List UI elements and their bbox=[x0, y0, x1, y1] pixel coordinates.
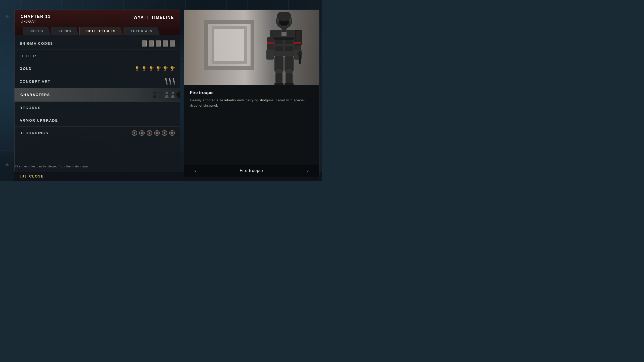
bg-rivet bbox=[6, 163, 9, 166]
footer-note: All collectibles can be viewed from the … bbox=[14, 165, 89, 168]
category-enigma-codes[interactable]: ENIGMA CODES bbox=[15, 37, 180, 50]
categories-list: ENIGMA CODES LETTER GOLD 🏆 🏆 🏆 🏆 🏆 🏆 bbox=[15, 35, 180, 141]
char-name: Fire trooper bbox=[190, 90, 313, 95]
category-letter[interactable]: LETTER bbox=[15, 50, 180, 62]
character-svg bbox=[256, 12, 312, 85]
svg-rect-28 bbox=[286, 73, 293, 84]
category-concept-art[interactable]: CONCEPT ART bbox=[15, 75, 180, 88]
prev-arrow[interactable]: ‹ bbox=[191, 167, 199, 174]
category-armor-upgrade[interactable]: ARMOR UPGRADE bbox=[15, 114, 180, 127]
person-icon-2 bbox=[158, 91, 163, 98]
tab-notes[interactable]: NOTES bbox=[23, 27, 51, 35]
brush-2 bbox=[169, 78, 172, 85]
svg-rect-35 bbox=[281, 27, 287, 32]
recording-icons bbox=[131, 130, 175, 136]
char-desc: Heavily armored elite infantry units car… bbox=[190, 98, 313, 108]
tab-perks[interactable]: PERKS bbox=[51, 27, 78, 35]
doc-icon-2 bbox=[149, 40, 154, 47]
svg-point-1 bbox=[159, 92, 162, 94]
main-panel: CHAPTER 11 U-BOAT WYATT TIMELINE NOTES P… bbox=[14, 10, 180, 177]
svg-point-2 bbox=[166, 92, 168, 94]
header-bar: CHAPTER 11 U-BOAT WYATT TIMELINE NOTES P… bbox=[15, 10, 180, 35]
svg-rect-32 bbox=[267, 42, 274, 44]
svg-rect-27 bbox=[275, 73, 283, 84]
doc-icon-5 bbox=[170, 40, 175, 47]
doc-icon-3 bbox=[156, 40, 161, 47]
nav-bar: ‹ Fire trooper › bbox=[184, 164, 319, 177]
enigma-icons bbox=[141, 40, 175, 47]
reel-6 bbox=[169, 130, 175, 136]
trophy-5: 🏆 bbox=[163, 66, 168, 71]
svg-rect-14 bbox=[275, 46, 283, 51]
concept-art-icons bbox=[165, 78, 175, 85]
trophy-3: 🏆 bbox=[149, 66, 154, 71]
person-icon-4 bbox=[171, 91, 175, 98]
char-figure bbox=[256, 12, 312, 85]
doc-icon-1 bbox=[142, 40, 147, 47]
category-gold[interactable]: GOLD 🏆 🏆 🏆 🏆 🏆 🏆 bbox=[15, 62, 180, 75]
gold-icons: 🏆 🏆 🏆 🏆 🏆 🏆 bbox=[134, 66, 175, 71]
svg-rect-15 bbox=[285, 46, 293, 51]
tab-collectibles[interactable]: COLLECTIBLES bbox=[79, 27, 123, 35]
svg-rect-31 bbox=[294, 42, 301, 44]
reel-3 bbox=[147, 130, 152, 136]
svg-point-0 bbox=[153, 92, 156, 94]
right-panel: Fire trooper Heavily armored elite infan… bbox=[184, 10, 319, 177]
trophy-2: 🏆 bbox=[142, 66, 147, 71]
svg-rect-29 bbox=[274, 83, 284, 85]
trophy-6: 🏆 bbox=[170, 66, 175, 71]
person-icon-3 bbox=[165, 91, 169, 98]
chapter-subtitle: U-BOAT bbox=[21, 19, 174, 23]
reel-1 bbox=[132, 130, 137, 136]
brush-3 bbox=[173, 78, 175, 85]
svg-rect-19 bbox=[266, 50, 274, 60]
svg-rect-30 bbox=[285, 83, 294, 85]
tabs-container: NOTES PERKS COLLECTIBLES TUTORIALS bbox=[21, 27, 174, 35]
bg-rivet bbox=[6, 15, 9, 18]
svg-rect-22 bbox=[296, 31, 301, 44]
svg-rect-16 bbox=[271, 37, 297, 40]
brush-1 bbox=[165, 78, 168, 85]
trophy-1: 🏆 bbox=[135, 66, 140, 71]
character-icons bbox=[152, 91, 175, 98]
svg-point-3 bbox=[172, 92, 174, 94]
doc-icon-4 bbox=[163, 40, 168, 47]
category-characters[interactable]: CHARACTERS bbox=[15, 88, 180, 102]
close-button[interactable]: [J] CLOSE bbox=[20, 174, 44, 178]
reel-5 bbox=[162, 130, 167, 136]
category-records[interactable]: RECORDS bbox=[15, 102, 180, 114]
next-arrow[interactable]: › bbox=[304, 167, 312, 174]
timeline-label: WYATT TIMELINE bbox=[134, 15, 174, 20]
category-recordings[interactable]: RECORDINGS bbox=[15, 127, 180, 139]
trophy-4: 🏆 bbox=[156, 66, 161, 71]
char-info: Fire trooper Heavily armored elite infan… bbox=[184, 85, 319, 164]
tab-tutorials[interactable]: TUTORIALS bbox=[124, 27, 160, 35]
close-key: [J] bbox=[20, 174, 26, 178]
character-image bbox=[184, 10, 319, 85]
nav-title: Fire trooper bbox=[240, 168, 264, 173]
person-icon-1 bbox=[152, 91, 157, 98]
svg-rect-34 bbox=[297, 53, 302, 55]
reel-4 bbox=[154, 130, 160, 136]
corridor-depth2 bbox=[212, 26, 247, 64]
reel-2 bbox=[139, 130, 145, 136]
